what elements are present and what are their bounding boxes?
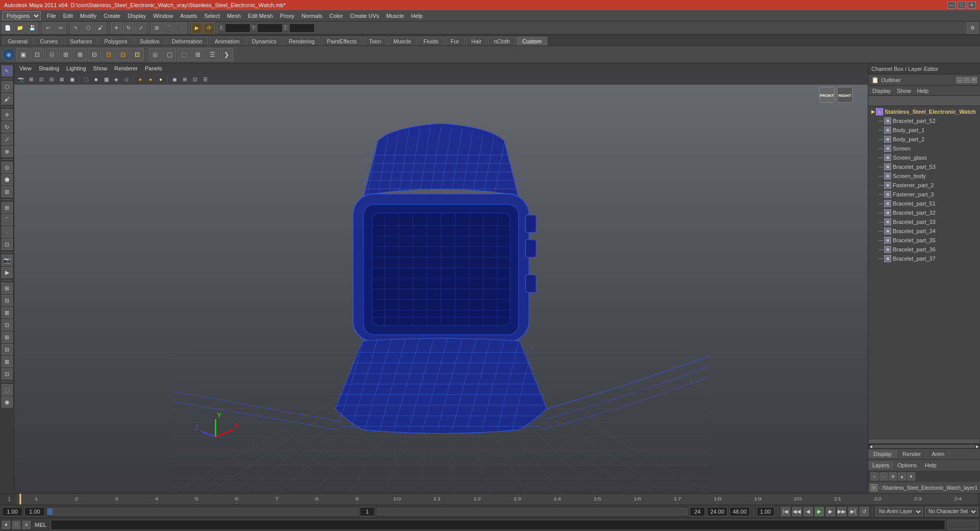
vp-wireframe[interactable]: ⬚ [81, 74, 90, 84]
vp-select-camera[interactable]: 📷 [16, 74, 26, 84]
tab-dynamics[interactable]: Dynamics [246, 37, 282, 45]
mel-close-btn[interactable]: ✕ [22, 521, 31, 529]
vp-icon5[interactable]: ▣ [67, 74, 77, 84]
anim-end-input[interactable] [730, 507, 750, 516]
menu-normals[interactable]: Normals [298, 12, 325, 20]
vp-light2[interactable]: ● [146, 74, 155, 84]
select-btn[interactable]: ↖ [70, 22, 82, 34]
tab-rendering[interactable]: Rendering [283, 37, 320, 45]
tab-hair[interactable]: Hair [466, 37, 487, 45]
tab-deformation[interactable]: Deformation [166, 37, 208, 45]
menu-muscle[interactable]: Muscle [383, 12, 407, 20]
tool-layer1[interactable]: ⊞ [2, 283, 13, 294]
tab-fur[interactable]: Fur [445, 37, 465, 45]
vp-menu-show[interactable]: Show [90, 64, 111, 72]
tab-curves[interactable]: Curves [34, 37, 63, 45]
shelf-icon-12[interactable]: ⬚ [177, 48, 190, 61]
shelf-icon-8[interactable]: ⊡ [116, 48, 130, 61]
undo-btn[interactable]: ↩ [42, 22, 54, 34]
shelf-icon-15[interactable]: ❯ [220, 48, 233, 61]
tab-toon[interactable]: Toon [363, 37, 387, 45]
shelf-icon-13[interactable]: ⊞ [191, 48, 205, 61]
outliner-display-menu[interactable]: Display [870, 88, 893, 94]
tool-misc2[interactable]: ◉ [2, 396, 13, 408]
shelf-icon-5[interactable]: ⊠ [73, 48, 87, 61]
list-item[interactable]: — ▣ Bracelet_part_53 [868, 162, 980, 171]
vp-render-icon[interactable]: ◉ [170, 74, 179, 84]
outliner-maximize[interactable]: □ [964, 77, 970, 83]
transport-goto-end[interactable]: ▶| [848, 507, 858, 516]
close-button[interactable]: ✕ [968, 2, 976, 9]
minimize-button[interactable]: — [947, 2, 956, 9]
start-frame-input[interactable] [2, 507, 22, 516]
tool-snap-curve[interactable]: ⌒ [2, 214, 13, 225]
tool-paint[interactable]: 🖌 [2, 93, 13, 105]
x-coord-input[interactable] [225, 23, 250, 33]
outliner-close[interactable]: ✕ [971, 77, 977, 83]
transport-next-frame[interactable]: ▶ [826, 507, 835, 516]
vp-menu-shading[interactable]: Shading [36, 64, 62, 72]
menu-display[interactable]: Display [124, 12, 149, 20]
menu-window[interactable]: Window [150, 12, 176, 20]
shelf-icon-9[interactable]: ⊡ [131, 48, 144, 61]
mel-history-btn[interactable]: ▼ [2, 521, 10, 529]
transport-prev-key[interactable]: ◀◀ [792, 507, 801, 516]
layer-visibility[interactable]: V [870, 484, 877, 491]
shelf-icon-10[interactable]: ◎ [148, 48, 162, 61]
layers-tab[interactable]: Layers [868, 461, 893, 469]
layer-entry[interactable]: V / /Stainless_Steel_Electronic_Watch_la… [868, 482, 980, 493]
vp-menu-lighting[interactable]: Lighting [63, 64, 89, 72]
outliner-show-menu[interactable]: Show [895, 88, 913, 94]
tab-render[interactable]: Render [897, 450, 926, 458]
shelf-icon-6[interactable]: ⊟ [88, 48, 101, 61]
delete-layer-btn[interactable]: − [880, 472, 888, 481]
menu-mesh[interactable]: Mesh [224, 12, 244, 20]
list-item[interactable]: — ▣ Bracelet_part_32 [868, 208, 980, 217]
tab-ncloth[interactable]: nCloth [488, 37, 516, 45]
list-item[interactable]: — ▣ Bracelet_part_34 [868, 226, 980, 236]
menu-file[interactable]: File [44, 12, 59, 20]
shelf-icon-11[interactable]: ▢ [163, 48, 176, 61]
outliner-hscrollbar[interactable] [868, 439, 980, 444]
vp-icon7[interactable]: ⊡ [190, 74, 199, 84]
menu-assets[interactable]: Assets [177, 12, 200, 20]
outliner-search-input[interactable] [868, 96, 980, 106]
menu-modify[interactable]: Modify [77, 12, 99, 20]
open-btn[interactable]: 📁 [14, 22, 26, 34]
vp-light1[interactable]: ● [136, 74, 145, 84]
tool-render[interactable]: ▶ [2, 267, 13, 278]
ipr-btn[interactable]: ⟳ [204, 22, 215, 34]
polygon-mode-select[interactable]: Polygons [2, 11, 41, 20]
tool-sculpt[interactable]: ⬟ [2, 174, 13, 185]
tool-snap-view[interactable]: ⊡ [2, 239, 13, 250]
tool-soft-mod[interactable]: ◎ [2, 162, 13, 173]
shelf-icon-2[interactable]: ⊡ [31, 48, 44, 61]
tool-layer5[interactable]: ⊞ [2, 332, 13, 343]
tab-animation[interactable]: Animation [209, 37, 245, 45]
list-item[interactable]: — ▣ Fastener_part_2 [868, 181, 980, 190]
outliner-help-menu[interactable]: Help [915, 88, 931, 94]
transport-play[interactable]: ▶ [815, 507, 824, 516]
tool-snap-grid[interactable]: ⊞ [2, 202, 13, 213]
tool-show-manip[interactable]: ⊞ [2, 186, 13, 197]
tab-surfaces[interactable]: Surfaces [64, 37, 97, 45]
timeline-track[interactable]: var ticks = [1,2,3,4,5,6,7,8,9,10,11,12,… [16, 494, 978, 504]
list-item[interactable]: — ▣ Bracelet_part_51 [868, 199, 980, 208]
lasso-btn[interactable]: ⬡ [83, 22, 94, 34]
options-tab[interactable]: Options [893, 461, 921, 469]
playback-range-bar[interactable] [47, 508, 358, 515]
outliner-minimize[interactable]: — [957, 77, 963, 83]
timeline-scroll[interactable] [377, 508, 688, 515]
tab-subdivs[interactable]: Subdivs [134, 37, 165, 45]
menu-proxy[interactable]: Proxy [277, 12, 297, 20]
tool-camera[interactable]: 📷 [2, 255, 13, 266]
tool-layer3[interactable]: ⊠ [2, 307, 13, 318]
vp-icon6[interactable]: ⊞ [180, 74, 189, 84]
view-cube[interactable]: FRONT RIGHT [817, 85, 858, 115]
tool-snap-point[interactable]: · [2, 226, 13, 238]
vp-solid[interactable]: ■ [91, 74, 100, 84]
new-btn[interactable]: 📄 [2, 22, 13, 34]
transport-loop[interactable]: ↺ [860, 507, 869, 516]
tool-layer6[interactable]: ⊟ [2, 344, 13, 355]
shelf-icon-1[interactable]: ▣ [16, 48, 30, 61]
